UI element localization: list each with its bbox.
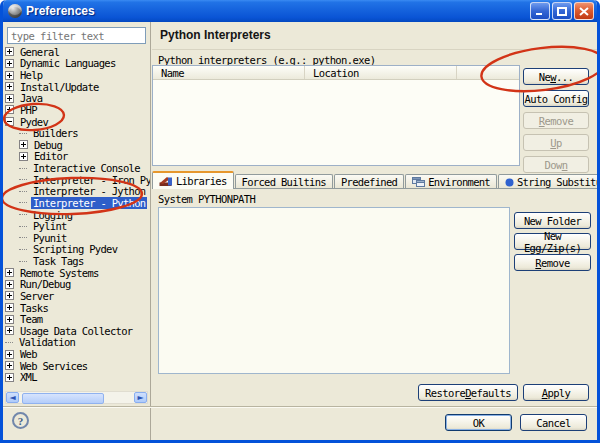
expand-plus-icon[interactable] xyxy=(19,140,28,149)
tree-connector xyxy=(19,261,27,262)
filter-input[interactable] xyxy=(7,27,146,44)
column-header-location[interactable]: Location xyxy=(305,66,457,79)
remove-button[interactable]: Remove xyxy=(514,254,591,271)
tree-item-label: Builders xyxy=(31,127,80,139)
new-folder-button[interactable]: New Folder xyxy=(514,212,591,229)
tree-item-team[interactable]: Team xyxy=(5,313,150,325)
tree-item-label: Interpreter - Python xyxy=(31,197,147,209)
tree-connector xyxy=(19,168,27,169)
expand-plus-icon[interactable] xyxy=(5,94,14,103)
expand-plus-icon[interactable] xyxy=(5,361,14,370)
title-bar[interactable]: Preferences xyxy=(3,0,597,22)
interpreters-table[interactable]: NameLocation xyxy=(152,65,520,166)
tree-item-label: Pylint xyxy=(31,220,69,232)
tree-item-label: Web Services xyxy=(18,360,89,372)
tree-item-usage-data-collector[interactable]: Usage Data Collector xyxy=(5,325,150,337)
expand-plus-icon[interactable] xyxy=(5,59,14,68)
expand-plus-icon[interactable] xyxy=(19,152,28,161)
tree-item-label: Interpreter - Jython xyxy=(31,185,147,197)
system-pythonpath-list[interactable] xyxy=(158,207,510,374)
scroll-left-arrow-icon[interactable]: ◄ xyxy=(6,392,19,403)
expand-plus-icon[interactable] xyxy=(5,350,14,359)
dialog-body: GeneralDynamic LanguagesHelpInstall/Upda… xyxy=(3,22,597,440)
tab-libraries[interactable]: Libraries xyxy=(152,171,234,189)
scroll-right-arrow-icon[interactable]: ► xyxy=(134,392,147,403)
tree-item-label: Server xyxy=(18,290,56,302)
tree-horizontal-scrollbar[interactable]: ◄ ► xyxy=(5,391,148,404)
tree-item-label: Scripting Pydev xyxy=(31,243,119,255)
expand-plus-icon[interactable] xyxy=(5,373,14,382)
up-button: Up xyxy=(523,134,589,151)
tree-item-logging[interactable]: Logging xyxy=(5,209,150,221)
collapse-minus-icon[interactable] xyxy=(5,117,14,126)
maximize-button[interactable] xyxy=(552,2,572,20)
ok-button[interactable]: OK xyxy=(445,414,512,431)
tree-item-interpreter-python[interactable]: Interpreter - Python xyxy=(5,197,150,209)
tree-item-java[interactable]: Java xyxy=(5,93,150,105)
tree-item-run-debug[interactable]: Run/Debug xyxy=(5,279,150,291)
tree-item-label: PHP xyxy=(18,104,39,116)
panel-sash[interactable] xyxy=(150,22,151,440)
header-separator xyxy=(152,49,597,50)
tree-item-task-tags[interactable]: Task Tags xyxy=(5,255,150,267)
new-button[interactable]: New... xyxy=(523,68,589,85)
expand-plus-icon[interactable] xyxy=(5,82,14,91)
tree-item-validation[interactable]: Validation xyxy=(5,337,150,349)
tree-item-install-update[interactable]: Install/Update xyxy=(5,81,150,93)
expand-plus-icon[interactable] xyxy=(5,268,14,277)
auto-config-button[interactable]: Auto Config xyxy=(523,90,589,107)
expand-plus-icon[interactable] xyxy=(5,47,14,56)
tree-connector xyxy=(19,179,27,180)
tree-item-pydev[interactable]: Pydev xyxy=(5,116,150,128)
expand-plus-icon[interactable] xyxy=(5,105,14,114)
expand-plus-icon[interactable] xyxy=(5,280,14,289)
help-icon[interactable]: ? xyxy=(12,412,29,429)
expand-plus-icon[interactable] xyxy=(5,315,14,324)
tree-item-php[interactable]: PHP xyxy=(5,104,150,116)
scrollbar-thumb[interactable] xyxy=(22,393,104,404)
tree-item-remote-systems[interactable]: Remote Systems xyxy=(5,267,150,279)
tree-item-dynamic-languages[interactable]: Dynamic Languages xyxy=(5,58,150,70)
tree-item-web-services[interactable]: Web Services xyxy=(5,360,150,372)
tree-item-label: Logging xyxy=(31,209,74,221)
tree-item-scripting-pydev[interactable]: Scripting Pydev xyxy=(5,244,150,256)
books-icon xyxy=(159,176,173,187)
tree-item-tasks[interactable]: Tasks xyxy=(5,302,150,314)
restore-defaults-button[interactable]: Restore Defaults xyxy=(418,384,518,401)
new-egg-zip-s-button[interactable]: New Egg/Zip(s) xyxy=(514,233,591,250)
close-button[interactable] xyxy=(574,2,594,20)
expand-plus-icon[interactable] xyxy=(5,326,14,335)
tree-item-interpreter-jython[interactable]: Interpreter - Jython xyxy=(5,186,150,198)
expand-plus-icon[interactable] xyxy=(5,291,14,300)
tree-item-pyunit[interactable]: Pyunit xyxy=(5,232,150,244)
tree-item-label: Usage Data Collector xyxy=(18,325,134,337)
tab-predefined[interactable]: Predefined xyxy=(334,174,404,189)
tab-environment[interactable]: Environment xyxy=(405,174,497,189)
minimize-button[interactable] xyxy=(530,2,550,20)
tree-item-help[interactable]: Help xyxy=(5,69,150,81)
tree-item-server[interactable]: Server xyxy=(5,290,150,302)
tab-bar: LibrariesForced BuiltinsPredefinedEnviro… xyxy=(152,171,597,189)
tab-label: Predefined xyxy=(341,176,397,188)
tab-forced-builtins[interactable]: Forced Builtins xyxy=(235,174,333,189)
tree-connector xyxy=(19,202,27,203)
tree-item-interactive-console[interactable]: Interactive Console xyxy=(5,162,150,174)
tree-item-debug[interactable]: Debug xyxy=(5,139,150,151)
tree-item-web[interactable]: Web xyxy=(5,348,150,360)
expand-plus-icon[interactable] xyxy=(5,71,14,80)
column-header-name[interactable]: Name xyxy=(153,66,305,79)
tree-item-interpreter-iron-py[interactable]: Interpreter - Iron Py xyxy=(5,174,150,186)
tree-item-pylint[interactable]: Pylint xyxy=(5,220,150,232)
tree-item-editor[interactable]: Editor xyxy=(5,151,150,163)
apply-button[interactable]: Apply xyxy=(523,384,589,401)
tab-label: Environment xyxy=(428,176,490,188)
tree-item-xml[interactable]: XML xyxy=(5,372,150,384)
window-title: Preferences xyxy=(26,4,530,18)
tab-string-substitution-variables[interactable]: String Substitution Variables xyxy=(498,174,597,189)
expand-plus-icon[interactable] xyxy=(5,303,14,312)
tree-item-builders[interactable]: Builders xyxy=(5,127,150,139)
tree-item-label: General xyxy=(18,46,61,58)
cancel-button[interactable]: Cancel xyxy=(520,414,587,431)
tree-item-general[interactable]: General xyxy=(5,46,150,58)
tree-connector xyxy=(19,214,27,215)
